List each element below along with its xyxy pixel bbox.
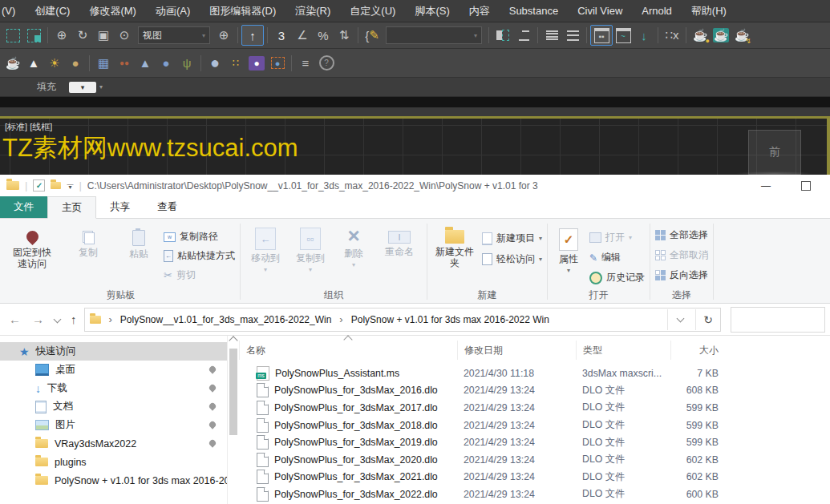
sun-icon[interactable]: ☀ (44, 54, 65, 73)
copy-path-button[interactable]: w 复制路径 (164, 228, 235, 245)
paste-shortcut-button[interactable]: ← 粘贴快捷方式 (164, 248, 235, 264)
angle-snap-icon[interactable]: ∠ (292, 26, 313, 45)
table-row[interactable]: PolySnowPlus_for_3dsMax_2022.dlo 2021/4/… (239, 486, 830, 503)
table-row[interactable]: PolySnowPlus_for_3dsMax_2020.dlo 2021/4/… (239, 451, 830, 469)
move-to-button[interactable]: ← 移动到▾ (245, 224, 285, 276)
bond-icon[interactable]: ●● (114, 54, 135, 73)
table-row[interactable]: PolySnowPlus_for_3dsMax_2016.dlo 2021/4/… (239, 382, 830, 400)
select-scale-icon[interactable]: ▣ (93, 26, 114, 45)
recent-locations-chevron-icon[interactable] (54, 316, 62, 324)
maximize-button[interactable] (801, 181, 811, 191)
select-region-icon[interactable] (2, 26, 23, 45)
sidebar-item-desktop[interactable]: 桌面 (0, 361, 227, 379)
column-header-type[interactable]: 类型 (576, 341, 670, 360)
history-button[interactable]: 历史记录 (589, 269, 645, 286)
apparatus-icon[interactable]: ▲ (135, 54, 156, 73)
menu-modifiers[interactable]: 修改器(M) (79, 4, 146, 18)
sidebar-item-quick-access[interactable]: ★ 快速访问 (0, 342, 227, 361)
open-button[interactable]: 打开▾ (589, 229, 645, 246)
tab-share[interactable]: 共享 (96, 196, 144, 218)
easy-access-button[interactable]: 轻松访问▾ (482, 251, 542, 268)
properties-button[interactable]: ✓ 属性▾ (553, 224, 585, 276)
edit-named-selection-icon[interactable]: {✎ (362, 26, 383, 45)
menu-animation[interactable]: 动画(A) (146, 4, 200, 18)
align-icon[interactable] (513, 26, 534, 45)
layer-manager-icon[interactable] (562, 26, 583, 45)
curve-editor-icon[interactable]: ~ (613, 26, 634, 45)
teapot-icon[interactable]: ☕ (2, 54, 23, 73)
render-icon[interactable]: ☕↯ (731, 26, 752, 45)
cut-button[interactable]: ✂ 剪切 (164, 267, 235, 284)
rendered-frame-icon[interactable]: ☕ (711, 26, 731, 45)
menu-content[interactable]: 内容 (460, 4, 500, 18)
explorer-titlebar[interactable]: | ✓ —▾ | C:\Users\Administrator\Desktop\… (0, 175, 830, 196)
minimize-button[interactable]: — (761, 180, 771, 192)
breadcrumb-current[interactable]: PolySnow + v1.01 for 3ds max 2016-2022 W… (351, 314, 549, 325)
select-place-icon[interactable]: ⊙ (114, 26, 135, 45)
clipboard-tools-icon[interactable]: ≡ (295, 54, 316, 73)
menu-rendering[interactable]: 渲染(R) (285, 4, 340, 18)
wire-parameters-icon[interactable]: ∷x (662, 26, 682, 45)
table-row[interactable]: msPolySnowPlus_Assistant.ms 2021/4/30 11… (239, 365, 830, 382)
sidebar-scrollbar[interactable] (227, 336, 239, 504)
percent-snap-icon[interactable]: % (313, 26, 334, 45)
select-all-button[interactable]: 全部选择 (655, 227, 708, 244)
address-box[interactable]: › PolySnow__v1.01_for_3ds_max_2016-2022_… (84, 308, 722, 332)
customize-quickaccess-icon[interactable]: —▾ (67, 183, 73, 189)
menu-customize[interactable]: 自定义(U) (340, 4, 405, 18)
new-item-button[interactable]: 新建项目▾ (482, 230, 542, 247)
material-editor-icon[interactable]: ● (246, 54, 267, 73)
sidebar-item-downloads[interactable]: ↓ 下载 (0, 379, 227, 397)
ribbon-toggle-icon[interactable]: ▪▪ (590, 25, 613, 46)
menu-create[interactable]: 创建(C) (25, 4, 79, 18)
material-sphere-icon[interactable]: ● (204, 54, 225, 73)
mirror-icon[interactable] (492, 26, 513, 45)
up-button[interactable]: ↑ (67, 312, 81, 326)
table-row[interactable]: PolySnowPlus_for_3dsMax_2019.dlo 2021/4/… (239, 433, 830, 451)
use-pivot-center-icon[interactable]: ⊕ (213, 26, 234, 45)
invert-selection-button[interactable]: 反向选择 (655, 267, 708, 284)
named-selection-dropdown[interactable]: ▾ (386, 26, 482, 44)
uvw-remove-icon[interactable]: ● (267, 54, 288, 73)
table-row[interactable]: PolySnowPlus_for_3dsMax_2017.dlo 2021/4/… (239, 399, 830, 417)
sidebar-item-pictures[interactable]: 图片 (0, 416, 227, 434)
back-button[interactable]: ← (5, 312, 25, 326)
scroll-up-icon[interactable] (229, 336, 237, 345)
sidebar-item-plugins[interactable]: plugins (0, 453, 227, 471)
menu-substance[interactable]: Substance (500, 5, 568, 17)
menu-arnold[interactable]: Arnold (632, 5, 682, 17)
viewcube[interactable]: 前 (748, 130, 801, 175)
select-rotate-icon[interactable]: ↻ (72, 26, 93, 45)
edit-button[interactable]: ✎ 编辑 (589, 249, 645, 266)
copy-button[interactable]: 复制 (63, 224, 114, 260)
new-folder-button[interactable]: 新建文件夹 (432, 224, 477, 271)
search-input[interactable] (731, 307, 825, 333)
select-object-icon[interactable]: ↑ (241, 25, 264, 46)
menu-scripting[interactable]: 脚本(S) (405, 4, 459, 18)
select-subobject-icon[interactable] (23, 26, 44, 45)
menu-civil-view[interactable]: Civil View (568, 5, 632, 17)
reference-coordinate-dropdown[interactable]: 视图 ▾ (138, 26, 210, 44)
schematic-view-icon[interactable]: ↓ (634, 26, 654, 45)
light-cone-icon[interactable]: ▲ (23, 54, 44, 73)
select-move-icon[interactable]: ⊕ (51, 26, 72, 45)
column-header-size[interactable]: 大小 (670, 341, 727, 360)
menu-view[interactable]: (V) (0, 5, 25, 17)
menu-graph-editors[interactable]: 图形编辑器(D) (200, 4, 285, 18)
snap-toggle-3d-icon[interactable]: 3 (271, 26, 292, 45)
pin-to-quickaccess-button[interactable]: 固定到快速访问 (6, 224, 58, 272)
table-row[interactable]: PolySnowPlus_for_3dsMax_2018.dlo 2021/4/… (239, 417, 830, 434)
rename-button[interactable]: I 重命名 (377, 224, 422, 260)
max-viewport[interactable]: [标准] [线框] TZ素材网www.tzsucai.com 前 (0, 116, 830, 177)
dome-light-icon[interactable]: ● (65, 54, 86, 73)
tab-file[interactable]: 文件 (0, 196, 47, 218)
table-row[interactable]: PolySnowPlus_for_3dsMax_2021.dlo 2021/4/… (239, 469, 830, 486)
delete-button[interactable]: × 删除▾ (335, 224, 372, 271)
address-dropdown-button[interactable] (667, 309, 692, 330)
select-none-button[interactable]: 全部取消 (655, 247, 708, 264)
column-header-date[interactable]: 修改日期 (457, 341, 576, 360)
spinner-snap-icon[interactable]: ⇅ (334, 26, 354, 45)
particle-array-icon[interactable]: ▦ (93, 54, 114, 73)
refresh-button[interactable]: ↻ (695, 309, 720, 330)
sidebar-item-vray[interactable]: VRay3dsMax2022 (0, 434, 227, 453)
